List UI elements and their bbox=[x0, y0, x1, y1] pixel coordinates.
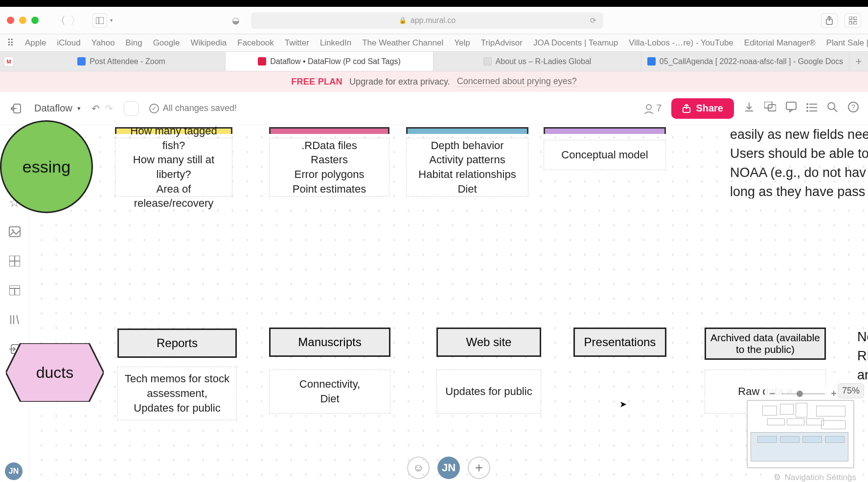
bookmark-item[interactable]: The Weather Channel bbox=[362, 38, 443, 48]
search-icon[interactable] bbox=[827, 102, 838, 115]
nav-settings-label: Navigation Settings bbox=[785, 473, 856, 482]
participants-count[interactable]: 7 bbox=[643, 103, 662, 114]
bookmark-item[interactable]: Yahoo bbox=[91, 38, 115, 48]
apps-grid-icon[interactable]: ⠿ bbox=[7, 37, 14, 49]
table-icon[interactable] bbox=[8, 284, 22, 297]
detail-manuscripts[interactable]: Connectivity, Diet bbox=[269, 370, 390, 414]
download-icon[interactable] bbox=[744, 102, 754, 115]
detail-reports[interactable]: Tech memos for stock assessment, Updates… bbox=[117, 367, 237, 420]
bookmark-item[interactable]: JOA Docents | Teamup bbox=[533, 38, 618, 48]
invite-button[interactable]: + bbox=[468, 457, 490, 479]
tab-zoom[interactable]: Post Attendee - Zoom bbox=[18, 52, 226, 71]
zoom-slider[interactable]: − + bbox=[765, 386, 842, 401]
source-yellow[interactable]: How many tagged fish? How many still at … bbox=[115, 138, 232, 197]
outline-icon[interactable] bbox=[806, 102, 817, 115]
bookmark-item[interactable]: Google bbox=[153, 38, 180, 48]
minimize-window-icon[interactable] bbox=[19, 17, 26, 24]
chevron-down-icon[interactable]: ▾ bbox=[110, 17, 113, 23]
sidebar-toggle-icon[interactable] bbox=[92, 13, 107, 28]
product-archived[interactable]: Archived data (available to the public) bbox=[705, 328, 826, 360]
product-manuscripts[interactable]: Manuscripts bbox=[269, 328, 390, 357]
library-icon[interactable] bbox=[8, 313, 22, 327]
zoom-knob[interactable] bbox=[797, 391, 803, 397]
zoom-track[interactable] bbox=[781, 393, 825, 394]
avatar[interactable]: JN bbox=[5, 462, 23, 480]
user-avatar[interactable]: JN bbox=[437, 457, 460, 479]
tabs-overview-icon[interactable] bbox=[845, 13, 861, 28]
close-window-icon[interactable] bbox=[7, 17, 14, 24]
tab-mural[interactable]: Dataflow • DataFlow (P cod Sat Tags) bbox=[226, 52, 434, 71]
svg-rect-6 bbox=[849, 22, 852, 24]
new-tab-button[interactable]: + bbox=[849, 52, 868, 71]
products-node[interactable]: ducts bbox=[6, 343, 104, 402]
side-note[interactable]: easily as new fields nee Users should be… bbox=[730, 125, 868, 198]
browser-titlebar: 〈 〉 ▾ ◒ 🔒 app.mural.co ⟳ bbox=[0, 7, 868, 34]
reactions-button[interactable]: ☺ bbox=[407, 457, 430, 479]
bookmark-item[interactable]: Bing bbox=[126, 38, 142, 48]
bookmark-item[interactable]: Villa-Lobos -…re) - YouTube bbox=[629, 38, 733, 48]
mural-canvas[interactable]: essing ducts How many tagged fish? How m… bbox=[29, 125, 868, 482]
bookmark-item[interactable]: TripAdvisor bbox=[481, 38, 523, 48]
zoom-out-icon[interactable]: − bbox=[770, 388, 776, 399]
window-traffic-lights[interactable] bbox=[7, 17, 39, 24]
mural-title[interactable]: Dataflow ▾ bbox=[34, 103, 81, 114]
source-strip-purple[interactable] bbox=[544, 127, 666, 134]
reload-icon[interactable]: ⟳ bbox=[590, 16, 596, 25]
source-strip-blue[interactable] bbox=[406, 127, 528, 134]
address-bar[interactable]: 🔒 app.mural.co ⟳ bbox=[251, 12, 603, 29]
tab-rladies[interactable]: About us – R-Ladies Global bbox=[434, 52, 641, 71]
promo-link[interactable]: Concerned about prying eyes? bbox=[457, 76, 577, 87]
bookmark-item[interactable]: Twitter bbox=[285, 38, 309, 48]
node-label: ducts bbox=[36, 364, 73, 382]
product-presentations[interactable]: Presentations bbox=[573, 328, 666, 357]
far-right-note[interactable]: Ne RM an bbox=[857, 328, 868, 385]
bookmark-item[interactable]: Apple bbox=[25, 38, 46, 48]
source-purple[interactable]: Conceptual model bbox=[544, 140, 666, 170]
comments-icon[interactable] bbox=[764, 102, 776, 115]
bookmark-item[interactable]: LinkedIn bbox=[320, 38, 351, 48]
bookmark-item[interactable]: Facebook bbox=[237, 38, 274, 48]
share-button[interactable]: Share bbox=[671, 98, 734, 119]
exit-icon[interactable] bbox=[9, 101, 23, 116]
save-status: ✓ All changes saved! bbox=[149, 103, 237, 113]
pinned-tab-gmail[interactable]: M bbox=[0, 52, 18, 71]
zoom-in-icon[interactable]: + bbox=[831, 388, 837, 399]
product-reports[interactable]: Reports bbox=[117, 329, 237, 358]
back-button[interactable]: 〈 bbox=[55, 14, 66, 27]
image-icon[interactable] bbox=[8, 225, 22, 239]
minimap[interactable] bbox=[747, 400, 854, 468]
source-blue[interactable]: Depth behavior Activity patterns Habitat… bbox=[406, 138, 528, 197]
source-strip-pink[interactable] bbox=[269, 127, 389, 134]
processing-node[interactable]: essing bbox=[0, 120, 93, 213]
zoom-percent[interactable]: 75% bbox=[838, 383, 864, 398]
navigation-settings[interactable]: ⚙ Navigation Settings bbox=[774, 472, 856, 482]
tab-gdocs[interactable]: 05_CallAgenda [ 2022-noaa-afsc-fall ] - … bbox=[641, 52, 849, 71]
bookmark-item[interactable]: iCloud bbox=[57, 38, 80, 48]
tab-label: Dataflow • DataFlow (P cod Sat Tags) bbox=[270, 57, 400, 66]
label: Presentations bbox=[584, 335, 656, 349]
redo-icon[interactable]: ↷ bbox=[105, 103, 113, 114]
svg-rect-7 bbox=[854, 22, 857, 24]
forward-button[interactable]: 〉 bbox=[70, 14, 81, 27]
privacy-shield-icon[interactable]: ◒ bbox=[228, 13, 244, 28]
label: Archived data (available to the public) bbox=[706, 332, 824, 355]
frameworks-icon[interactable] bbox=[8, 254, 22, 268]
help-icon[interactable]: ? bbox=[847, 101, 859, 116]
bookmark-item[interactable]: Yelp bbox=[454, 38, 470, 48]
gear-icon: ⚙ bbox=[774, 472, 781, 482]
chevron-down-icon[interactable]: ▾ bbox=[77, 105, 81, 112]
svg-point-22 bbox=[806, 107, 808, 109]
bookmark-item[interactable]: Plant Sale | …son Arboretum bbox=[826, 38, 868, 48]
bookmark-item[interactable]: Editorial Manager® bbox=[744, 38, 816, 48]
bookmark-item[interactable]: Wikipedia bbox=[190, 38, 227, 48]
product-website[interactable]: Web site bbox=[436, 328, 541, 357]
maximize-window-icon[interactable] bbox=[31, 17, 39, 24]
cursor-tool[interactable] bbox=[124, 101, 138, 116]
undo-icon[interactable]: ↶ bbox=[91, 103, 100, 114]
source-pink[interactable]: .RData files Rasters Error polygons Poin… bbox=[269, 138, 389, 197]
detail-website[interactable]: Updates for public bbox=[436, 370, 541, 414]
share-icon[interactable] bbox=[821, 13, 838, 28]
svg-rect-4 bbox=[849, 17, 852, 20]
label: Manuscripts bbox=[298, 335, 361, 349]
chat-icon[interactable] bbox=[786, 102, 797, 115]
